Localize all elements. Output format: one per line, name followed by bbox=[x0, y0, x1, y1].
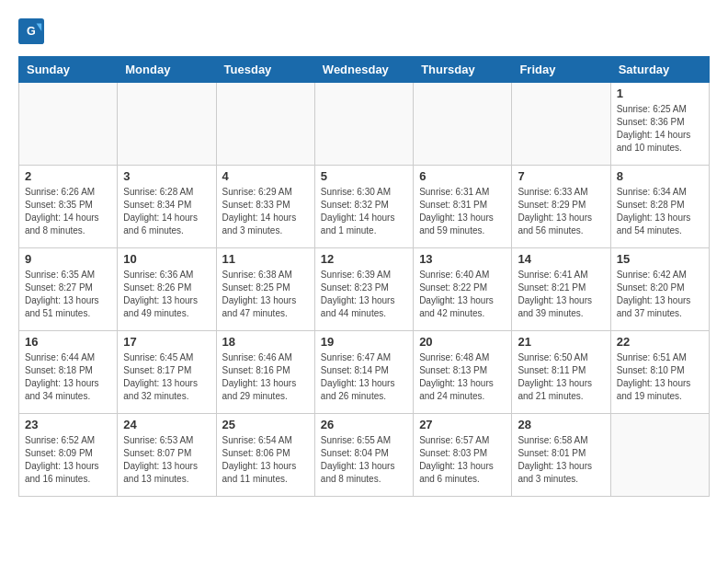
day-cell: 19Sunrise: 6:47 AM Sunset: 8:14 PM Dayli… bbox=[314, 331, 413, 414]
day-info: Sunrise: 6:57 AM Sunset: 8:03 PM Dayligh… bbox=[419, 434, 506, 486]
day-cell: 1Sunrise: 6:25 AM Sunset: 8:36 PM Daylig… bbox=[610, 83, 709, 166]
week-row-1: 2Sunrise: 6:26 AM Sunset: 8:35 PM Daylig… bbox=[19, 166, 710, 248]
day-info: Sunrise: 6:51 AM Sunset: 8:10 PM Dayligh… bbox=[617, 351, 703, 403]
day-number: 9 bbox=[25, 252, 111, 266]
day-number: 20 bbox=[419, 335, 506, 349]
day-number: 24 bbox=[123, 418, 210, 431]
day-number: 18 bbox=[222, 335, 309, 349]
day-number: 1 bbox=[617, 86, 703, 100]
day-number: 27 bbox=[419, 418, 506, 431]
week-row-3: 16Sunrise: 6:44 AM Sunset: 8:18 PM Dayli… bbox=[19, 331, 710, 414]
day-cell bbox=[216, 83, 314, 166]
day-cell: 24Sunrise: 6:53 AM Sunset: 8:07 PM Dayli… bbox=[118, 414, 216, 497]
day-info: Sunrise: 6:30 AM Sunset: 8:32 PM Dayligh… bbox=[321, 186, 407, 237]
day-info: Sunrise: 6:38 AM Sunset: 8:25 PM Dayligh… bbox=[222, 269, 309, 320]
day-cell bbox=[19, 83, 118, 166]
day-number: 5 bbox=[321, 169, 407, 183]
header-friday: Friday bbox=[512, 57, 610, 83]
day-number: 22 bbox=[617, 335, 703, 349]
day-number: 2 bbox=[25, 169, 111, 183]
day-cell: 11Sunrise: 6:38 AM Sunset: 8:25 PM Dayli… bbox=[216, 248, 314, 331]
day-cell bbox=[610, 414, 709, 497]
day-info: Sunrise: 6:45 AM Sunset: 8:17 PM Dayligh… bbox=[123, 351, 210, 403]
day-cell: 26Sunrise: 6:55 AM Sunset: 8:04 PM Dayli… bbox=[314, 414, 413, 497]
day-info: Sunrise: 6:40 AM Sunset: 8:22 PM Dayligh… bbox=[419, 269, 506, 320]
day-cell: 21Sunrise: 6:50 AM Sunset: 8:11 PM Dayli… bbox=[512, 331, 610, 414]
header-row: SundayMondayTuesdayWednesdayThursdayFrid… bbox=[19, 57, 710, 83]
day-info: Sunrise: 6:28 AM Sunset: 8:34 PM Dayligh… bbox=[123, 186, 210, 237]
day-cell bbox=[314, 83, 413, 166]
day-cell: 12Sunrise: 6:39 AM Sunset: 8:23 PM Dayli… bbox=[314, 248, 413, 331]
day-cell: 5Sunrise: 6:30 AM Sunset: 8:32 PM Daylig… bbox=[314, 166, 413, 248]
header-thursday: Thursday bbox=[414, 57, 512, 83]
day-number: 4 bbox=[222, 169, 309, 183]
day-cell: 17Sunrise: 6:45 AM Sunset: 8:17 PM Dayli… bbox=[118, 331, 216, 414]
day-info: Sunrise: 6:36 AM Sunset: 8:26 PM Dayligh… bbox=[123, 269, 210, 320]
day-info: Sunrise: 6:47 AM Sunset: 8:14 PM Dayligh… bbox=[321, 351, 407, 403]
day-cell bbox=[118, 83, 216, 166]
day-info: Sunrise: 6:58 AM Sunset: 8:01 PM Dayligh… bbox=[518, 434, 604, 486]
day-cell: 16Sunrise: 6:44 AM Sunset: 8:18 PM Dayli… bbox=[19, 331, 118, 414]
header-saturday: Saturday bbox=[610, 57, 709, 83]
header-monday: Monday bbox=[118, 57, 216, 83]
logo-icon: G bbox=[18, 18, 44, 44]
week-row-0: 1Sunrise: 6:25 AM Sunset: 8:36 PM Daylig… bbox=[19, 83, 710, 166]
day-cell: 10Sunrise: 6:36 AM Sunset: 8:26 PM Dayli… bbox=[118, 248, 216, 331]
day-info: Sunrise: 6:44 AM Sunset: 8:18 PM Dayligh… bbox=[25, 351, 111, 403]
day-info: Sunrise: 6:54 AM Sunset: 8:06 PM Dayligh… bbox=[222, 434, 309, 486]
day-number: 7 bbox=[518, 169, 604, 183]
day-number: 28 bbox=[518, 418, 604, 431]
day-cell: 13Sunrise: 6:40 AM Sunset: 8:22 PM Dayli… bbox=[414, 248, 512, 331]
day-cell: 15Sunrise: 6:42 AM Sunset: 8:20 PM Dayli… bbox=[610, 248, 709, 331]
day-info: Sunrise: 6:33 AM Sunset: 8:29 PM Dayligh… bbox=[518, 186, 604, 237]
day-cell: 25Sunrise: 6:54 AM Sunset: 8:06 PM Dayli… bbox=[216, 414, 314, 497]
day-info: Sunrise: 6:29 AM Sunset: 8:33 PM Dayligh… bbox=[222, 186, 309, 237]
day-number: 15 bbox=[617, 252, 703, 266]
day-info: Sunrise: 6:42 AM Sunset: 8:20 PM Dayligh… bbox=[617, 269, 703, 320]
day-info: Sunrise: 6:26 AM Sunset: 8:35 PM Dayligh… bbox=[25, 186, 111, 237]
day-info: Sunrise: 6:39 AM Sunset: 8:23 PM Dayligh… bbox=[321, 269, 407, 320]
day-cell: 18Sunrise: 6:46 AM Sunset: 8:16 PM Dayli… bbox=[216, 331, 314, 414]
day-number: 26 bbox=[321, 418, 407, 431]
day-number: 10 bbox=[123, 252, 210, 266]
logo: G bbox=[18, 18, 48, 44]
day-number: 13 bbox=[419, 252, 506, 266]
day-cell: 9Sunrise: 6:35 AM Sunset: 8:27 PM Daylig… bbox=[19, 248, 118, 331]
day-cell: 7Sunrise: 6:33 AM Sunset: 8:29 PM Daylig… bbox=[512, 166, 610, 248]
day-info: Sunrise: 6:46 AM Sunset: 8:16 PM Dayligh… bbox=[222, 351, 309, 403]
svg-text:G: G bbox=[27, 25, 36, 38]
day-cell: 8Sunrise: 6:34 AM Sunset: 8:28 PM Daylig… bbox=[610, 166, 709, 248]
day-info: Sunrise: 6:50 AM Sunset: 8:11 PM Dayligh… bbox=[518, 351, 604, 403]
day-info: Sunrise: 6:34 AM Sunset: 8:28 PM Dayligh… bbox=[617, 186, 703, 237]
day-number: 6 bbox=[419, 169, 506, 183]
day-cell: 28Sunrise: 6:58 AM Sunset: 8:01 PM Dayli… bbox=[512, 414, 610, 497]
day-cell: 27Sunrise: 6:57 AM Sunset: 8:03 PM Dayli… bbox=[414, 414, 512, 497]
day-cell: 6Sunrise: 6:31 AM Sunset: 8:31 PM Daylig… bbox=[414, 166, 512, 248]
day-number: 23 bbox=[25, 418, 111, 431]
day-cell: 22Sunrise: 6:51 AM Sunset: 8:10 PM Dayli… bbox=[610, 331, 709, 414]
day-cell: 14Sunrise: 6:41 AM Sunset: 8:21 PM Dayli… bbox=[512, 248, 610, 331]
day-number: 17 bbox=[123, 335, 210, 349]
day-number: 14 bbox=[518, 252, 604, 266]
day-info: Sunrise: 6:48 AM Sunset: 8:13 PM Dayligh… bbox=[419, 351, 506, 403]
day-info: Sunrise: 6:53 AM Sunset: 8:07 PM Dayligh… bbox=[123, 434, 210, 486]
day-number: 8 bbox=[617, 169, 703, 183]
week-row-2: 9Sunrise: 6:35 AM Sunset: 8:27 PM Daylig… bbox=[19, 248, 710, 331]
day-number: 12 bbox=[321, 252, 407, 266]
day-cell bbox=[414, 83, 512, 166]
day-info: Sunrise: 6:25 AM Sunset: 8:36 PM Dayligh… bbox=[617, 103, 703, 155]
day-info: Sunrise: 6:52 AM Sunset: 8:09 PM Dayligh… bbox=[25, 434, 111, 486]
header-wednesday: Wednesday bbox=[314, 57, 413, 83]
day-info: Sunrise: 6:31 AM Sunset: 8:31 PM Dayligh… bbox=[419, 186, 506, 237]
day-cell: 4Sunrise: 6:29 AM Sunset: 8:33 PM Daylig… bbox=[216, 166, 314, 248]
day-cell: 3Sunrise: 6:28 AM Sunset: 8:34 PM Daylig… bbox=[118, 166, 216, 248]
day-info: Sunrise: 6:55 AM Sunset: 8:04 PM Dayligh… bbox=[321, 434, 407, 486]
header-sunday: Sunday bbox=[19, 57, 118, 83]
day-cell: 20Sunrise: 6:48 AM Sunset: 8:13 PM Dayli… bbox=[414, 331, 512, 414]
day-number: 25 bbox=[222, 418, 309, 431]
day-number: 19 bbox=[321, 335, 407, 349]
day-cell: 2Sunrise: 6:26 AM Sunset: 8:35 PM Daylig… bbox=[19, 166, 118, 248]
day-info: Sunrise: 6:35 AM Sunset: 8:27 PM Dayligh… bbox=[25, 269, 111, 320]
day-cell bbox=[512, 83, 610, 166]
day-number: 16 bbox=[25, 335, 111, 349]
